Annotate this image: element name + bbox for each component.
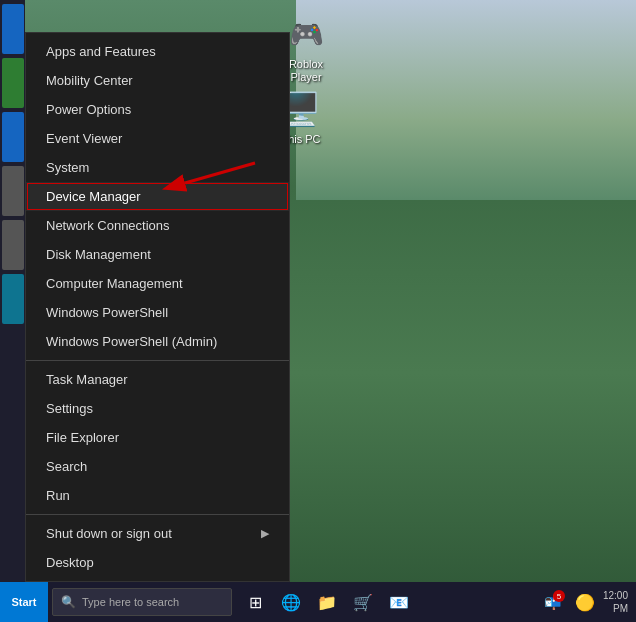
menu-item-windows-powershell[interactable]: Windows PowerShell [26, 298, 289, 327]
menu-item-task-manager[interactable]: Task Manager [26, 365, 289, 394]
separator-1 [26, 360, 289, 361]
sidebar-app-3[interactable] [2, 112, 24, 162]
taskbar-clock: 12:00 PM [603, 589, 628, 615]
taskbar-search[interactable]: 🔍 Type here to search [52, 588, 232, 616]
taskbar-right: 📬 5 🟡 12:00 PM [539, 588, 636, 616]
taskbar-icon-task-view[interactable]: ⊞ [240, 587, 270, 617]
context-menu: Apps and Features Mobility Center Power … [25, 32, 290, 582]
menu-item-desktop[interactable]: Desktop [26, 548, 289, 577]
taskbar-badge-icon[interactable]: 📬 5 [539, 588, 567, 616]
sidebar-app-4[interactable] [2, 166, 24, 216]
taskbar-icon-edge[interactable]: 🌐 [276, 587, 306, 617]
menu-item-power-options[interactable]: Power Options [26, 95, 289, 124]
sidebar-app-1[interactable] [2, 4, 24, 54]
start-button[interactable]: Start [0, 582, 48, 622]
desktop-sky [296, 0, 636, 200]
taskbar-icon-store[interactable]: 🛒 [348, 587, 378, 617]
menu-item-apps-features[interactable]: Apps and Features [26, 37, 289, 66]
menu-item-shutdown-signout[interactable]: Shut down or sign out ▶ [26, 519, 289, 548]
separator-2 [26, 514, 289, 515]
roblox-label: RobloxPlayer [289, 58, 323, 84]
menu-item-run[interactable]: Run [26, 481, 289, 510]
sidebar-app-6[interactable] [2, 274, 24, 324]
menu-item-disk-management[interactable]: Disk Management [26, 240, 289, 269]
menu-item-file-explorer[interactable]: File Explorer [26, 423, 289, 452]
sidebar-app-5[interactable] [2, 220, 24, 270]
menu-item-system[interactable]: System [26, 153, 289, 182]
taskbar-chrome-icon[interactable]: 🟡 [571, 588, 599, 616]
menu-item-device-manager[interactable]: Device Manager [26, 182, 289, 211]
menu-item-network-connections[interactable]: Network Connections [26, 211, 289, 240]
arrow-icon: ▶ [261, 527, 269, 540]
taskbar: Start 🔍 Type here to search ⊞ 🌐 📁 🛒 📧 📬 … [0, 582, 636, 622]
menu-item-computer-management[interactable]: Computer Management [26, 269, 289, 298]
left-sidebar [0, 0, 25, 582]
menu-item-mobility-center[interactable]: Mobility Center [26, 66, 289, 95]
menu-item-settings[interactable]: Settings [26, 394, 289, 423]
taskbar-icon-explorer[interactable]: 📁 [312, 587, 342, 617]
search-placeholder: Type here to search [82, 596, 179, 608]
menu-item-search[interactable]: Search [26, 452, 289, 481]
taskbar-icon-mail[interactable]: 📧 [384, 587, 414, 617]
menu-item-event-viewer[interactable]: Event Viewer [26, 124, 289, 153]
search-icon: 🔍 [61, 595, 76, 609]
sidebar-app-2[interactable] [2, 58, 24, 108]
menu-item-windows-powershell-admin[interactable]: Windows PowerShell (Admin) [26, 327, 289, 356]
taskbar-app-icons: ⊞ 🌐 📁 🛒 📧 [240, 587, 414, 617]
